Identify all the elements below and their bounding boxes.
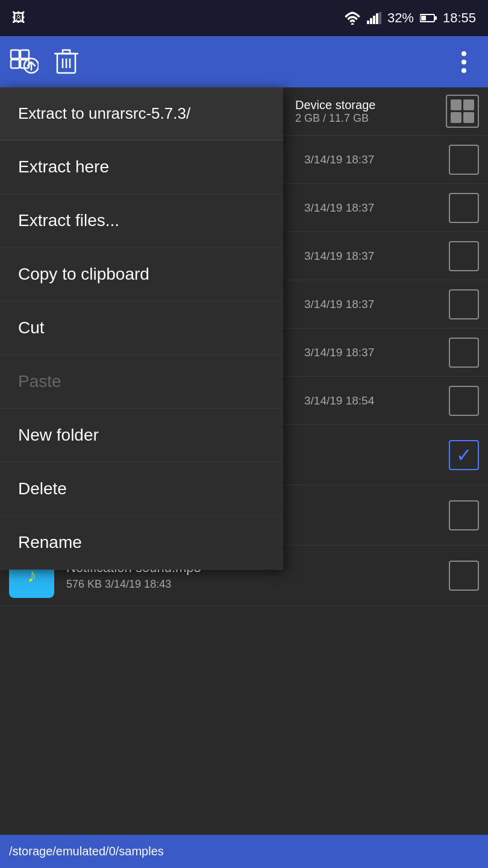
file-date: 3/14/19 18:54: [304, 394, 449, 407]
context-menu-header: Extract to unrarsrc-5.7.3/: [0, 87, 283, 140]
svg-rect-2: [370, 18, 372, 24]
file-date: 3/14/19 18:37: [304, 153, 449, 166]
html-checkbox[interactable]: [449, 500, 479, 530]
grid-cell: [463, 99, 474, 110]
archive-checkbox[interactable]: ✓: [449, 440, 479, 470]
file-checkbox[interactable]: [449, 338, 479, 368]
svg-rect-9: [11, 50, 19, 58]
menu-item-new-folder[interactable]: New folder: [0, 409, 283, 462]
svg-point-20: [461, 68, 466, 73]
status-right: 32% 18:55: [344, 10, 476, 26]
menu-item-extract-here[interactable]: Extract here: [0, 140, 283, 194]
wifi-icon: [344, 11, 361, 25]
menu-item-delete[interactable]: Delete: [0, 462, 283, 516]
grid-cell: [451, 112, 461, 123]
file-date: 3/14/19 18:37: [304, 201, 449, 215]
delete-icon: [54, 49, 78, 75]
svg-rect-1: [367, 20, 369, 24]
more-button[interactable]: [449, 47, 479, 77]
storage-size: 2 GB / 11.7 GB: [295, 112, 446, 125]
bottom-bar: /storage/emulated/0/samples: [0, 835, 488, 868]
file-date: 3/14/19 18:37: [304, 346, 449, 359]
svg-point-19: [461, 60, 466, 64]
more-icon: [460, 49, 468, 75]
file-checkbox[interactable]: [449, 145, 479, 175]
menu-item-rename[interactable]: Rename: [0, 516, 283, 570]
svg-rect-8: [421, 16, 426, 20]
file-date: 3/14/19 18:37: [304, 298, 449, 311]
mp3-checkbox[interactable]: [449, 561, 479, 591]
svg-rect-10: [20, 50, 29, 58]
file-checkbox[interactable]: [449, 193, 479, 223]
battery-icon: [420, 11, 437, 25]
clock: 18:55: [443, 10, 476, 26]
menu-item-paste[interactable]: Paste: [0, 355, 283, 409]
status-bar: 🖼 32% 18:55: [0, 0, 488, 36]
toolbar: [0, 36, 488, 87]
menu-item-copy-clipboard[interactable]: Copy to clipboard: [0, 248, 283, 301]
delete-button[interactable]: [51, 47, 81, 77]
status-left: 🖼: [12, 10, 25, 26]
svg-rect-3: [373, 16, 375, 24]
signal-icon: [367, 11, 381, 25]
battery-percent: 32%: [387, 10, 414, 26]
file-checkbox[interactable]: [449, 241, 479, 271]
mp3-file-date: 3/14/19 18:43: [105, 578, 171, 590]
menu-item-cut[interactable]: Cut: [0, 301, 283, 355]
storage-info: Device storage 2 GB / 11.7 GB: [295, 98, 446, 125]
checkmark-icon: ✓: [456, 444, 472, 467]
context-menu: Extract to unrarsrc-5.7.3/ Extract here …: [0, 87, 283, 570]
bottom-path: /storage/emulated/0/samples: [9, 844, 164, 858]
mp3-file-meta: 576 KB 3/14/19 18:43: [66, 578, 449, 591]
storage-name: Device storage: [295, 98, 446, 112]
photo-icon: 🖼: [12, 10, 25, 25]
svg-point-0: [351, 23, 354, 25]
svg-rect-7: [434, 16, 437, 20]
file-checkbox[interactable]: [449, 386, 479, 416]
extract-icon: [10, 49, 39, 75]
menu-item-extract-files[interactable]: Extract files...: [0, 194, 283, 248]
svg-point-18: [461, 51, 466, 56]
file-date: 3/14/19 18:37: [304, 250, 449, 263]
extract-button[interactable]: [9, 47, 39, 77]
svg-rect-11: [11, 60, 19, 68]
grid-view-button[interactable]: [446, 95, 479, 128]
grid-cell: [463, 112, 474, 123]
file-checkbox[interactable]: [449, 289, 479, 319]
svg-rect-4: [376, 13, 378, 24]
mp3-file-size: 576 KB: [66, 578, 102, 590]
grid-cell: [451, 99, 461, 110]
svg-rect-5: [379, 12, 381, 24]
